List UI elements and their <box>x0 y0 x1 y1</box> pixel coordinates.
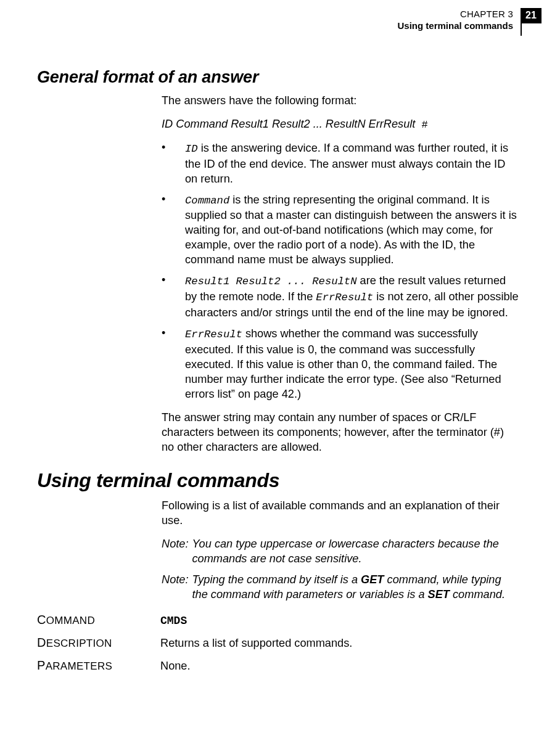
code-command: Command <box>185 195 229 207</box>
answer-format-italic: ID Command Result1 Result2 ... ResultN E… <box>162 118 415 130</box>
def-row-description: DESCRIPTION Returns a list of supported … <box>37 636 541 650</box>
page-number: 21 <box>521 8 541 23</box>
def-value-parameters: None. <box>160 660 191 673</box>
code-errresult: ErrResult <box>185 329 242 340</box>
answer-format-hash: # <box>415 119 427 131</box>
def-label-command-first: C <box>37 613 46 626</box>
note2-body: Typing the command by itself is a GET co… <box>192 572 519 602</box>
note2-set: SET <box>428 588 450 601</box>
def-label-description: DESCRIPTION <box>37 636 160 650</box>
section1-intro: The answers have the following format: <box>162 93 519 108</box>
header-subtitle: Using terminal commands <box>397 20 513 32</box>
def-label-description-first: D <box>37 636 46 649</box>
note2-a: Typing the command by itself is a <box>192 573 361 586</box>
section1-body: The answers have the following format: I… <box>162 93 519 454</box>
section1-outro: The answer string may contain any number… <box>162 410 519 454</box>
note-get-set: Note: Typing the command by itself is a … <box>162 572 519 602</box>
def-label-parameters: PARAMETERS <box>37 658 160 673</box>
bullet-command: Command is the string representing the o… <box>162 192 519 268</box>
section2-body: Following is a list of available command… <box>162 498 519 602</box>
section2-intro: Following is a list of available command… <box>162 498 519 528</box>
bullet-errresult: ErrResult shows whether the command was … <box>162 326 519 401</box>
def-row-parameters: PARAMETERS None. <box>37 658 541 673</box>
section-title-using-commands: Using terminal commands <box>37 469 541 492</box>
note1-label: Note: <box>162 536 192 566</box>
code-results: Result1 Result2 ... ResultN <box>185 276 356 287</box>
def-label-parameters-rest: ARAMETERS <box>46 660 113 672</box>
note2-label: Note: <box>162 572 192 602</box>
note2-c: command. <box>450 588 505 601</box>
command-definitions: COMMAND CMDS DESCRIPTION Returns a list … <box>37 613 541 673</box>
def-label-command-rest: OMMAND <box>46 615 95 626</box>
bullet-id: ID is the answering device. If a command… <box>162 141 519 186</box>
def-label-parameters-first: P <box>37 658 46 672</box>
page: CHAPTER 3 Using terminal commands 21 Gen… <box>0 0 560 738</box>
def-label-description-rest: ESCRIPTION <box>46 638 112 649</box>
note2-get: GET <box>361 573 384 586</box>
def-value-description: Returns a list of supported commands. <box>160 637 352 650</box>
code-errresult-inline: ErrResult <box>316 292 373 303</box>
answer-format-line: ID Command Result1 Result2 ... ResultN E… <box>162 117 519 132</box>
page-header: CHAPTER 3 Using terminal commands 21 <box>37 9 541 32</box>
code-id: ID <box>185 143 198 155</box>
note1-body: You can type uppercase or lowercase char… <box>192 536 519 566</box>
note-case-insensitive: Note: You can type uppercase or lowercas… <box>162 536 519 566</box>
bullet-id-text: is the answering device. If a command wa… <box>185 142 508 185</box>
bullet-command-text: is the string representing the original … <box>185 194 517 266</box>
chapter-label: CHAPTER 3 <box>397 9 513 20</box>
bullet-results: Result1 Result2 ... ResultN are the resu… <box>162 273 519 319</box>
header-texts: CHAPTER 3 Using terminal commands <box>397 9 521 32</box>
section-title-answer-format: General format of an answer <box>37 68 541 87</box>
header-divider <box>521 9 522 36</box>
answer-bullet-list: ID is the answering device. If a command… <box>162 141 519 401</box>
def-value-command: CMDS <box>160 615 187 627</box>
def-row-command: COMMAND CMDS <box>37 613 541 627</box>
def-label-command: COMMAND <box>37 613 160 627</box>
